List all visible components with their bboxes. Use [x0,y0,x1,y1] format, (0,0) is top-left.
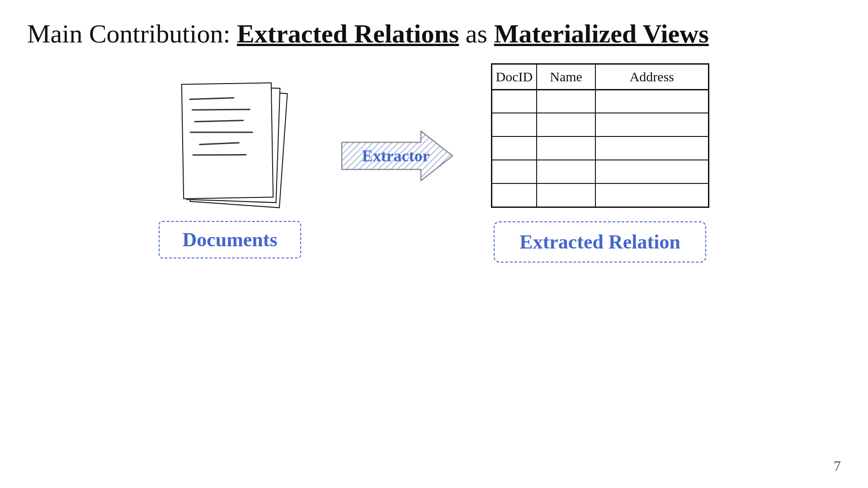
cell [537,183,595,207]
extractor-label: Extractor [362,146,430,165]
cell [491,136,537,160]
title-middle: as [459,19,494,48]
extractor-section: Extractor [337,127,455,185]
table-section: DocID Name Address [491,63,709,263]
cell [595,160,708,183]
cell [595,136,708,160]
documents-label: Documents [159,221,301,258]
slide-container: Main Contribution: Extracted Relations a… [0,0,868,488]
cell [595,113,708,136]
cell [537,160,595,183]
cell [491,160,537,183]
col-header-docid: DocID [491,64,537,89]
cell [537,113,595,136]
title-term1: Extracted Relations [237,19,459,48]
doc-lines [189,97,263,166]
cell [537,136,595,160]
cell [595,183,708,207]
table-header-row: DocID Name Address [491,64,708,89]
slide-title: Main Contribution: Extracted Relations a… [27,18,841,50]
documents-section: Documents [159,81,301,258]
cell [491,183,537,207]
cell [491,89,537,113]
title-term2: Materialized Views [494,19,709,48]
doc-line-3 [194,119,244,122]
table-row [491,113,708,136]
title-prefix: Main Contribution: [27,19,237,48]
doc-line-5 [199,142,240,145]
document-stack [180,81,279,207]
table-row [491,89,708,113]
doc-line-1 [189,97,235,99]
extracted-relation-label: Extracted Relation [494,221,706,263]
doc-line-6 [193,154,247,155]
table-row [491,160,708,183]
cell [537,89,595,113]
col-header-address: Address [595,64,708,89]
extracted-relation-table: DocID Name Address [491,63,709,208]
cell [595,89,708,113]
cell [491,113,537,136]
table-row [491,136,708,160]
page-number: 7 [834,458,841,474]
doc-line-2 [192,108,250,110]
doc-page-front [181,82,274,199]
table-row [491,183,708,207]
col-header-name: Name [537,64,595,89]
diagram-area: Documents Extractor [27,77,841,263]
arrow-container: Extractor [337,127,455,185]
doc-line-4 [190,131,253,133]
